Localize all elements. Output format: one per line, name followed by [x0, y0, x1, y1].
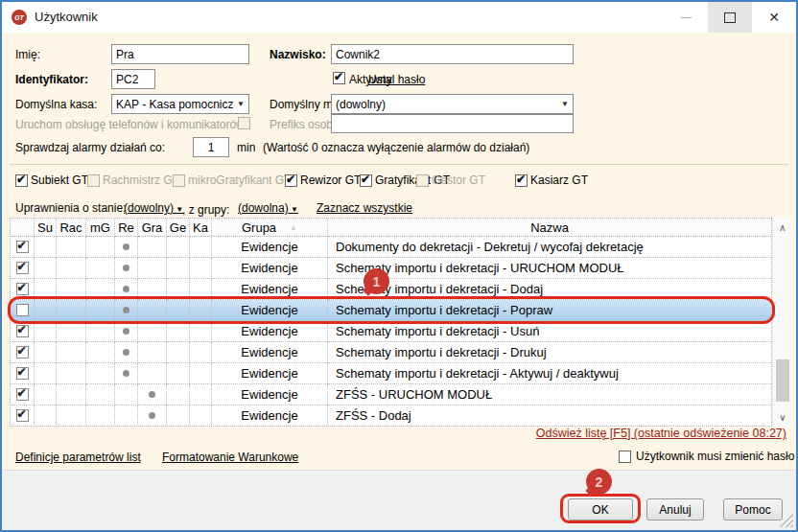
cell-mG — [86, 279, 115, 300]
cell-group: Ewidencje — [212, 279, 328, 300]
cell-mG — [86, 300, 115, 321]
column-header-Re[interactable]: Re — [115, 219, 138, 237]
cell-Ge — [167, 321, 190, 342]
product-checkbox-4[interactable] — [360, 174, 372, 187]
cell-Re — [115, 321, 138, 342]
column-header-Nazwa[interactable]: Nazwa — [328, 219, 771, 237]
cell-Ge — [167, 384, 190, 405]
column-header-Su[interactable]: Su — [35, 219, 57, 237]
cell-group: Ewidencje — [212, 363, 328, 384]
refresh-list-link[interactable]: Odśwież listę [F5] (ostatnie odświeżenie… — [536, 427, 786, 440]
close-button[interactable]: ✕ — [752, 2, 796, 33]
cell-Ka — [190, 279, 212, 300]
cell-Ka — [190, 384, 212, 405]
column-header-Rac[interactable]: Rac — [57, 219, 86, 237]
cell-Su — [35, 342, 57, 363]
column-header-checkbox[interactable] — [11, 219, 35, 237]
default-cash-select[interactable]: KAP - Kasa pomocnicza ▼ — [111, 94, 249, 114]
cell-group: Ewidencje — [212, 237, 328, 258]
scrollbar-thumb[interactable] — [776, 359, 789, 402]
cell-Gra — [138, 342, 167, 363]
row-checkbox[interactable] — [16, 241, 29, 253]
row-checkbox[interactable] — [16, 409, 29, 422]
product-checkbox-6[interactable] — [515, 174, 528, 187]
cell-Re — [115, 342, 138, 363]
table-scrollbar[interactable]: ∧ ∨ — [772, 218, 792, 427]
cell-Su — [35, 363, 57, 384]
identifier-input[interactable]: PC2 — [111, 69, 155, 89]
product-checkbox-0[interactable] — [15, 174, 28, 187]
table-row-2[interactable]: EwidencjeSchematy importu i dekretacji -… — [11, 279, 771, 300]
default-warehouse-select[interactable]: (dowolny) ▼ — [331, 94, 574, 114]
cell-Re — [115, 237, 138, 258]
cancel-button[interactable]: Anuluj — [646, 498, 704, 520]
row-checkbox[interactable] — [16, 283, 29, 295]
row-checkbox[interactable] — [16, 325, 29, 337]
row-checkbox[interactable] — [16, 388, 29, 401]
product-dot-icon — [123, 243, 129, 250]
resize-grip-icon[interactable] — [780, 514, 793, 527]
column-header-label: Grupa — [242, 220, 276, 235]
sort-ascending-icon: ▲ — [290, 223, 297, 232]
product-label-0: Subiekt GT — [31, 173, 88, 187]
table-row-6[interactable]: EwidencjeSchematy importu i dekretacji -… — [11, 363, 771, 384]
default-cash-label: Domyślna kasa: — [15, 98, 97, 111]
cell-Su — [35, 279, 57, 300]
cell-Rac — [57, 405, 86, 427]
table-row-3-selected[interactable]: EwidencjeSchematy importu i dekretacji -… — [11, 300, 771, 321]
product-option-0[interactable]: Subiekt GT — [15, 173, 88, 187]
last-name-label: Nazwisko: — [270, 48, 326, 61]
row-checkbox[interactable] — [16, 262, 29, 274]
scroll-up-icon[interactable]: ∧ — [773, 220, 792, 235]
column-header-Ge[interactable]: Ge — [167, 219, 190, 237]
cell-Ka — [190, 321, 212, 342]
state-filter-dropdown[interactable]: (dowolny) — [124, 201, 183, 215]
ok-button[interactable]: OK — [568, 498, 633, 520]
row-checkbox[interactable] — [16, 367, 29, 380]
row-checkbox[interactable] — [16, 304, 29, 316]
cell-Ka — [190, 258, 212, 279]
active-checkbox[interactable] — [333, 72, 345, 84]
maximize-button[interactable] — [708, 2, 752, 33]
scroll-down-icon[interactable]: ∨ — [773, 409, 792, 425]
column-header-Grupa[interactable]: Grupa▲ — [212, 219, 328, 237]
column-header-Gra[interactable]: Gra — [138, 219, 167, 237]
alarms-unit: min — [237, 141, 255, 154]
column-header-mG[interactable]: mG — [86, 219, 115, 237]
group-filter-dropdown[interactable]: (dowolna) — [238, 201, 298, 215]
alarms-input[interactable]: 1 — [193, 137, 229, 157]
table-row-4[interactable]: EwidencjeSchematy importu i dekretacji -… — [11, 321, 771, 342]
must-change-password-checkbox[interactable] — [619, 451, 631, 463]
prefix-input[interactable] — [331, 114, 574, 133]
set-password-link[interactable]: Ustal hasło — [368, 73, 425, 86]
product-option-6[interactable]: Kasiarz GT — [515, 173, 588, 187]
must-change-password-option[interactable]: Użytkownik musi zmienić hasło — [619, 450, 794, 463]
table-row-8[interactable]: EwidencjeZFŚS - Dodaj — [11, 405, 771, 427]
first-name-input[interactable]: Pra — [111, 44, 249, 64]
table-row-1[interactable]: EwidencjeSchematy importu i dekretacji -… — [11, 258, 771, 279]
column-header-label: Rac — [59, 220, 82, 235]
cell-mG — [86, 363, 115, 384]
column-header-label: Ka — [193, 220, 208, 235]
select-all-link[interactable]: Zaznacz wszystkie — [317, 201, 412, 215]
column-header-label: Re — [118, 220, 134, 235]
product-checkbox-3[interactable] — [285, 174, 297, 187]
cell-Ge — [167, 237, 190, 258]
column-header-Ka[interactable]: Ka — [190, 219, 212, 237]
help-button[interactable]: Pomoc — [723, 498, 783, 520]
table-row-0[interactable]: EwidencjeDokumenty do dekretacji - Dekre… — [11, 237, 771, 258]
minimize-button[interactable] — [664, 2, 708, 33]
product-option-3[interactable]: Rewizor GT — [285, 173, 361, 187]
product-option-5: Gestor GT — [416, 173, 485, 187]
product-dot-icon — [123, 286, 129, 292]
cell-name: Schematy importu i dekretacji - Usuń — [328, 321, 771, 342]
table-row-7[interactable]: EwidencjeZFŚS - URUCHOM MODUŁ — [11, 384, 771, 405]
cell-Ge — [167, 300, 190, 321]
row-checkbox[interactable] — [16, 346, 29, 359]
last-name-input[interactable]: Cownik2 — [331, 44, 574, 64]
conditional-formatting-link[interactable]: Formatowanie Warunkowe — [162, 451, 298, 464]
cell-Re — [115, 258, 138, 279]
product-checkbox-1 — [87, 174, 100, 187]
list-params-link[interactable]: Definicje parametrów list — [15, 451, 141, 464]
table-row-5[interactable]: EwidencjeSchematy importu i dekretacji -… — [11, 342, 771, 363]
